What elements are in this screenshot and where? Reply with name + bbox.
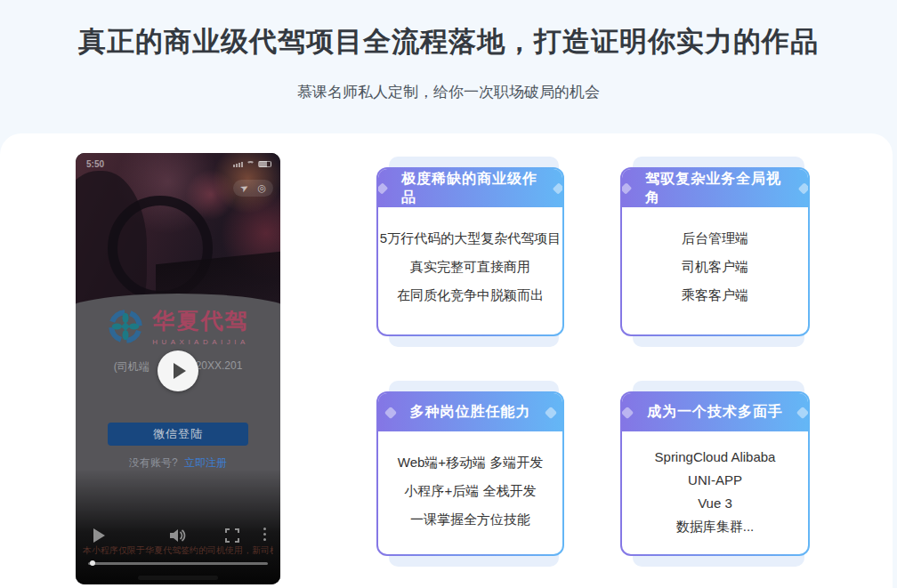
card-title: 多种岗位胜任能力 (410, 403, 531, 422)
volume-icon[interactable] (168, 528, 186, 544)
card-line: 真实完整可直接商用 (410, 259, 530, 276)
edition-right-text: 20XX.201 (196, 359, 243, 375)
play-button[interactable] (158, 350, 198, 391)
card-tech-allrounder: 成为一个技术多面手 SpringCloud Alibaba UNI-APP Vu… (620, 391, 810, 556)
card-commercial-work: 极度稀缺的商业级作品 5万行代码的大型复杂代驾项目 真实完整可直接商用 在同质化… (376, 167, 564, 336)
phone-status-bar: 5:50 (86, 159, 271, 169)
map-controls-pill: ➤ ◎ (233, 180, 273, 197)
feature-cards-grid: 极度稀缺的商业级作品 5万行代码的大型复杂代驾项目 真实完整可直接商用 在同质化… (376, 167, 812, 559)
card-body: SpringCloud Alibaba UNI-APP Vue 3 数据库集群.… (622, 431, 808, 536)
no-account-text: 没有账号? (129, 456, 178, 469)
brand-latin-name: HUAXIADAIJIA (152, 338, 249, 346)
battery-icon (258, 161, 271, 167)
card-title: 极度稀缺的商业级作品 (401, 170, 539, 207)
diamond-icon (553, 182, 562, 195)
card-line: 5万行代码的大型复杂代驾项目 (380, 230, 561, 247)
wechat-login-button: 微信登陆 (108, 423, 248, 446)
brand-name: 华夏代驾 (153, 306, 249, 335)
card-gradient-frame: 极度稀缺的商业级作品 5万行代码的大型复杂代驾项目 真实完整可直接商用 在同质化… (376, 167, 564, 336)
diamond-icon (798, 182, 808, 195)
card-line: 小程序+后端 全栈开发 (405, 483, 537, 500)
more-options-icon[interactable] (263, 528, 266, 530)
card-line: 一课掌握全方位技能 (410, 511, 530, 528)
card-title: 成为一个技术多面手 (647, 403, 783, 422)
card-line: 司机客户端 (682, 259, 748, 276)
diamond-icon (378, 182, 388, 195)
card-header: 驾驭复杂业务全局视角 (622, 169, 808, 207)
card-header: 极度稀缺的商业级作品 (378, 169, 562, 207)
edition-left-text: (司机端 (114, 359, 150, 375)
card-line: UNI-APP (688, 472, 742, 487)
locate-arrow-icon: ➤ (238, 181, 251, 196)
video-poster-driving-photo (76, 153, 280, 313)
video-control-bar (76, 525, 280, 548)
progress-knob[interactable] (90, 560, 95, 566)
diamond-icon (544, 406, 556, 418)
card-title: 驾驭复杂业务全局视角 (645, 170, 785, 207)
brand-text-block: 华夏代驾 HUAXIADAIJIA (152, 306, 249, 346)
card-line: 数据库集群... (676, 519, 755, 536)
card-line: Web端+移动端 多端开发 (398, 455, 544, 471)
diamond-icon (796, 406, 808, 418)
diamond-icon (384, 406, 396, 418)
card-line: 乘客客户端 (682, 287, 748, 304)
register-link: 立即注册 (184, 456, 227, 469)
status-icons (233, 161, 271, 167)
signal-icon (233, 162, 243, 167)
fullscreen-icon[interactable] (225, 528, 239, 543)
brand-logo-row: 华夏代驾 HUAXIADAIJIA (76, 306, 280, 346)
card-body: Web端+移动端 多端开发 小程序+后端 全栈开发 一课掌握全方位技能 (378, 431, 562, 528)
card-line: SpringCloud Alibaba (655, 449, 776, 464)
status-time: 5:50 (86, 159, 104, 169)
video-progress-bar[interactable] (88, 562, 268, 565)
card-body: 后台管理端 司机客户端 乘客客户端 (622, 207, 808, 304)
player-play-icon[interactable] (93, 528, 105, 543)
home-indicator-bar (138, 576, 218, 580)
card-gradient-frame: 驾驭复杂业务全局视角 后台管理端 司机客户端 乘客客户端 (620, 167, 810, 336)
card-gradient-frame: 多种岗位胜任能力 Web端+移动端 多端开发 小程序+后端 全栈开发 一课掌握全… (376, 391, 564, 556)
card-header: 成为一个技术多面手 (622, 393, 808, 431)
card-line: 后台管理端 (682, 230, 748, 247)
play-triangle-icon (174, 363, 186, 379)
huaxia-pinwheel-logo-icon (107, 308, 144, 345)
card-body: 5万行代码的大型复杂代驾项目 真实完整可直接商用 在同质化竞争中脱颖而出 (378, 207, 562, 304)
card-line: Vue 3 (698, 495, 732, 511)
diamond-icon (622, 182, 632, 195)
card-gradient-frame: 成为一个技术多面手 SpringCloud Alibaba UNI-APP Vu… (620, 391, 810, 556)
diamond-icon (622, 406, 634, 418)
card-business-perspective: 驾驭复杂业务全局视角 后台管理端 司机客户端 乘客客户端 (620, 167, 810, 336)
wifi-icon (246, 161, 255, 167)
card-line: 在同质化竞争中脱颖而出 (397, 287, 544, 304)
record-circle-icon: ◎ (257, 182, 266, 194)
hero-section: 真正的商业级代驾项目全流程落地，打造证明你实力的作品 慕课名师私人定制，给你一次… (0, 0, 897, 102)
page-subtitle: 慕课名师私人定制，给你一次职场破局的机会 (0, 82, 897, 102)
promo-video-player[interactable]: 5:50 ➤ ◎ 华夏代驾 HUAXIADAIJIA (76, 153, 280, 584)
card-job-competence: 多种岗位胜任能力 Web端+移动端 多端开发 小程序+后端 全栈开发 一课掌握全… (376, 391, 564, 556)
page-title: 真正的商业级代驾项目全流程落地，打造证明你实力的作品 (0, 23, 897, 60)
content-panel: 5:50 ➤ ◎ 华夏代驾 HUAXIADAIJIA (0, 133, 893, 588)
card-header: 多种岗位胜任能力 (378, 393, 562, 431)
